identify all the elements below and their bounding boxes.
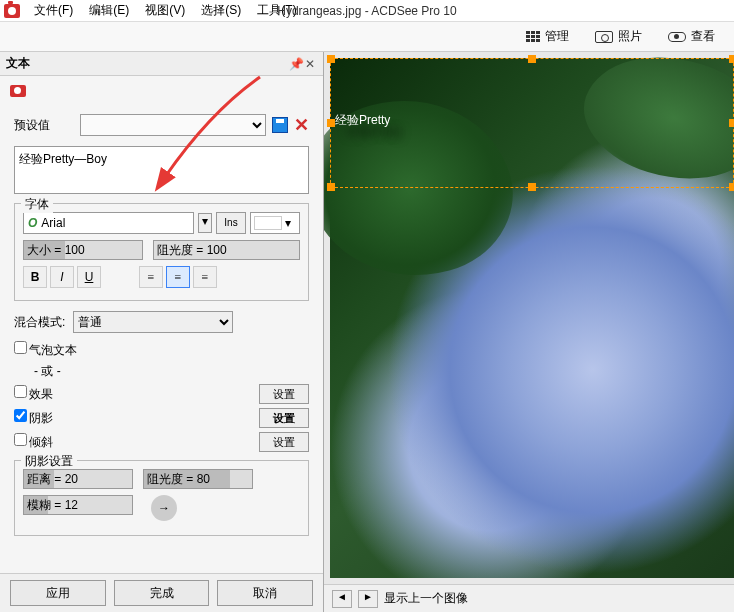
preset-select[interactable] — [80, 114, 266, 136]
or-label: - 或 - — [14, 363, 309, 380]
shadow-group-label: 阴影设置 — [21, 453, 77, 470]
grid-icon — [526, 31, 540, 43]
status-text: 显示上一个图像 — [384, 590, 468, 607]
insert-button[interactable]: Ins — [216, 212, 246, 234]
skew-settings-button[interactable]: 设置 — [259, 432, 309, 452]
save-icon[interactable] — [272, 117, 288, 133]
resize-handle[interactable] — [729, 183, 734, 191]
window-title: Hydrangeas.jpg - ACDSee Pro 10 — [277, 4, 456, 18]
resize-handle[interactable] — [327, 183, 335, 191]
effect-settings-button[interactable]: 设置 — [259, 384, 309, 404]
opacity-slider[interactable]: 阻光度 = 100 — [153, 240, 300, 260]
menu-view[interactable]: 视图(V) — [137, 0, 193, 21]
resize-handle[interactable] — [327, 55, 335, 63]
shadow-opacity-slider[interactable]: 阻光度 = 80 — [143, 469, 253, 489]
eye-icon — [668, 32, 686, 42]
tab-photo[interactable]: 照片 — [584, 24, 653, 49]
distance-slider[interactable]: 距离 = 20 — [23, 469, 133, 489]
underline-button[interactable]: U — [77, 266, 101, 288]
shadow-checkbox[interactable]: 阴影 — [14, 409, 53, 427]
direction-dial[interactable]: → — [151, 495, 177, 521]
menu-edit[interactable]: 编辑(E) — [81, 0, 137, 21]
blend-select[interactable]: 普通 — [73, 311, 233, 333]
camera-icon[interactable] — [10, 85, 26, 97]
align-left-button[interactable]: ≡ — [139, 266, 163, 288]
next-image-button[interactable]: ► — [358, 590, 378, 608]
tab-view[interactable]: 查看 — [657, 24, 726, 49]
prev-image-button[interactable]: ◄ — [332, 590, 352, 608]
font-select[interactable]: OArial — [23, 212, 194, 234]
close-icon[interactable]: ✕ — [303, 57, 317, 71]
preset-label: 预设值 — [14, 117, 74, 134]
panel-title: 文本 — [6, 55, 289, 72]
apply-button[interactable]: 应用 — [10, 580, 106, 606]
resize-handle[interactable] — [528, 183, 536, 191]
font-group-label: 字体 — [21, 196, 53, 213]
resize-handle[interactable] — [327, 119, 335, 127]
menu-select[interactable]: 选择(S) — [193, 0, 249, 21]
blend-label: 混合模式: — [14, 314, 65, 331]
resize-handle[interactable] — [729, 55, 734, 63]
skew-checkbox[interactable]: 倾斜 — [14, 433, 53, 451]
size-slider[interactable]: 大小 = 100 — [23, 240, 143, 260]
cancel-button[interactable]: 取消 — [217, 580, 313, 606]
resize-handle[interactable] — [528, 55, 536, 63]
blur-slider[interactable]: 模糊 = 12 — [23, 495, 133, 515]
text-input[interactable] — [14, 146, 309, 194]
bubble-checkbox[interactable]: 气泡文本 — [14, 341, 77, 359]
text-panel: 文本 📌 ✕ 预设值 ✕ 字体 OArial ▾ Ins ▾ — [0, 52, 324, 612]
menu-file[interactable]: 文件(F) — [26, 0, 81, 21]
align-center-button[interactable]: ≡ — [166, 266, 190, 288]
align-right-button[interactable]: ≡ — [193, 266, 217, 288]
pin-icon[interactable]: 📌 — [289, 57, 303, 71]
bold-button[interactable]: B — [23, 266, 47, 288]
italic-button[interactable]: I — [50, 266, 74, 288]
font-dropdown-icon[interactable]: ▾ — [198, 213, 212, 233]
photo-icon — [595, 31, 613, 43]
text-overlay[interactable]: 经验Pretty — [330, 58, 734, 188]
effect-checkbox[interactable]: 效果 — [14, 385, 53, 403]
tab-manage[interactable]: 管理 — [515, 24, 580, 49]
delete-icon[interactable]: ✕ — [294, 114, 309, 136]
shadow-settings-button[interactable]: 设置 — [259, 408, 309, 428]
done-button[interactable]: 完成 — [114, 580, 210, 606]
image-canvas[interactable]: 经验Pretty ◄ ► 显示上一个图像 — [324, 52, 734, 612]
resize-handle[interactable] — [729, 119, 734, 127]
app-icon — [4, 4, 20, 18]
color-picker[interactable]: ▾ — [250, 212, 300, 234]
